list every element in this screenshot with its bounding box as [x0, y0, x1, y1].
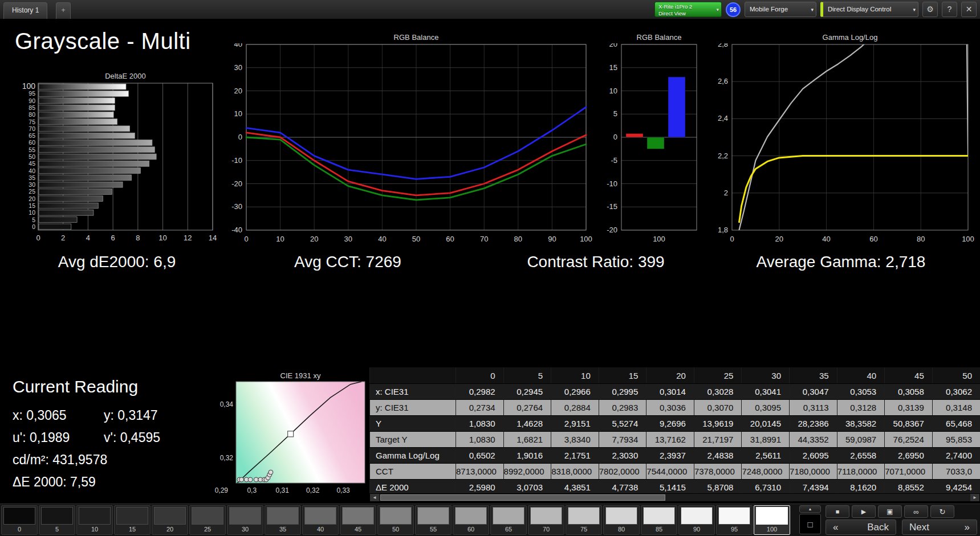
display-control-selector[interactable]: Direct Display Control ▾: [820, 2, 918, 17]
svg-text:5: 5: [32, 216, 35, 223]
svg-text:60: 60: [869, 235, 877, 243]
test-patch-15[interactable]: 15: [114, 505, 151, 535]
test-patch-60[interactable]: 60: [453, 505, 489, 535]
svg-text:10: 10: [609, 87, 617, 95]
patch-level-label: 10: [91, 526, 98, 533]
test-patch-90[interactable]: 90: [678, 505, 715, 535]
meter-name: X-Rite i1Pro 2: [658, 3, 713, 10]
svg-text:0: 0: [244, 235, 248, 243]
svg-text:-20: -20: [231, 179, 242, 188]
test-patch-70[interactable]: 70: [528, 505, 564, 535]
test-patch-55[interactable]: 55: [415, 505, 452, 535]
table-row: y: CIE310,27340,27640,28840,29830,30360,…: [370, 400, 980, 416]
scroll-right-button[interactable]: ►: [970, 494, 979, 501]
svg-text:15: 15: [29, 202, 35, 209]
svg-text:2,4: 2,4: [718, 114, 728, 122]
test-patch-85[interactable]: 85: [641, 505, 677, 535]
back-button[interactable]: « Back: [826, 519, 896, 535]
test-patch-30[interactable]: 30: [227, 505, 263, 535]
patch-level-label: 90: [693, 526, 700, 533]
test-patch-75[interactable]: 75: [566, 505, 602, 535]
history-tab[interactable]: History 1: [3, 2, 47, 19]
next-button[interactable]: Next »: [902, 519, 977, 535]
patch-level-label: 85: [656, 526, 662, 533]
test-patch-95[interactable]: 95: [716, 505, 753, 535]
source-selector[interactable]: Mobile Forge ▾: [745, 2, 816, 17]
help-button[interactable]: ?: [942, 2, 957, 17]
test-patch-80[interactable]: 80: [603, 505, 640, 535]
patch-color-chip: [304, 507, 336, 525]
patch-color-chip: [756, 507, 788, 525]
svg-text:0,32: 0,32: [306, 486, 320, 494]
svg-text:0: 0: [613, 133, 617, 141]
table-row: CCT8713,00008992,00008318,00007802,00007…: [370, 464, 980, 480]
arrow-right-icon: ►: [973, 495, 977, 500]
bottom-toolbar: 0510152025303540455055606570758085909510…: [0, 504, 980, 536]
test-patch-100[interactable]: 100: [754, 505, 790, 535]
reading-deltae: ΔE 2000: 7,59: [13, 474, 201, 490]
settings-button[interactable]: ⚙: [922, 2, 938, 17]
svg-text:80: 80: [29, 111, 35, 118]
patch-scroll-up-button[interactable]: ▲: [799, 505, 821, 513]
test-patch-25[interactable]: 25: [189, 505, 226, 535]
next-label: Next: [909, 522, 929, 533]
avg-de2000-stat: Avg dE2000: 6,9: [17, 253, 217, 271]
table-horizontal-scrollbar[interactable]: ◄ ►: [369, 493, 980, 502]
svg-text:85: 85: [29, 104, 35, 111]
play-button[interactable]: ▶: [852, 505, 876, 518]
svg-text:20: 20: [234, 87, 242, 95]
patch-level-label: 55: [430, 526, 437, 533]
svg-text:8: 8: [136, 234, 140, 242]
svg-text:80: 80: [917, 235, 925, 243]
svg-text:0,32: 0,32: [220, 454, 234, 462]
table-header-row: 05101520253035404550: [370, 367, 980, 384]
meter-selector[interactable]: X-Rite i1Pro 2 Direct View ▾: [654, 2, 722, 17]
series-icon: ▣: [887, 508, 893, 515]
test-patch-50[interactable]: 50: [377, 505, 414, 535]
test-patch-35[interactable]: 35: [265, 505, 301, 535]
stop-button[interactable]: ■: [826, 505, 849, 518]
table-row: Gamma Log/Log0,65021,90162,17512,30302,3…: [370, 448, 980, 464]
patch-level-label: 40: [317, 526, 324, 533]
arrow-left-icon: ◄: [372, 495, 377, 500]
test-patch-5[interactable]: 5: [39, 505, 75, 535]
patch-level-label: 15: [129, 526, 136, 533]
patch-color-chip: [3, 507, 35, 525]
table-row: Y1,08301,46282,91515,52749,269613,961920…: [370, 416, 980, 432]
cie-1931-chart: 0,340,320,290,30,310,320,33: [213, 380, 368, 498]
patch-color-chip: [116, 507, 148, 525]
page-title: Grayscale - Multi: [15, 28, 191, 54]
add-tab-button[interactable]: +: [56, 2, 71, 19]
test-patch-20[interactable]: 20: [152, 505, 188, 535]
test-patch-65[interactable]: 65: [490, 505, 527, 535]
svg-text:2,6: 2,6: [718, 77, 728, 85]
test-patch-45[interactable]: 45: [340, 505, 376, 535]
scrollbar-thumb[interactable]: [380, 494, 665, 501]
test-patch-40[interactable]: 40: [302, 505, 339, 535]
rgb-balance-bar-chart-title: RGB Balance: [594, 33, 702, 42]
svg-text:10: 10: [234, 109, 242, 118]
test-patch-0[interactable]: 0: [1, 505, 38, 535]
patch-level-label: 5: [55, 526, 59, 533]
refresh-button[interactable]: ↻: [930, 505, 954, 518]
patch-color-chip: [681, 507, 713, 525]
rgb-balance-bar-chart: 20151050-5-10-15-20100: [594, 43, 702, 246]
continuous-read-button[interactable]: ∞: [904, 505, 928, 518]
test-patch-10[interactable]: 10: [76, 505, 113, 535]
close-button[interactable]: ✕: [961, 2, 977, 17]
source-label: Mobile Forge: [750, 6, 788, 13]
help-icon: ?: [948, 5, 952, 14]
svg-text:2: 2: [61, 234, 65, 242]
svg-text:0: 0: [36, 234, 40, 242]
read-series-button[interactable]: ▣: [878, 505, 902, 518]
scroll-left-button[interactable]: ◄: [370, 494, 379, 501]
stop-icon: ■: [836, 508, 840, 515]
svg-text:-20: -20: [607, 226, 617, 234]
svg-text:0,29: 0,29: [215, 486, 229, 494]
pattern-window-button[interactable]: □: [799, 514, 821, 534]
svg-text:-15: -15: [607, 202, 617, 211]
patch-color-chip: [229, 507, 261, 525]
svg-text:40: 40: [29, 167, 35, 174]
average-gamma-stat: Average Gamma: 2,718: [724, 253, 958, 271]
patch-level-label: 95: [731, 526, 738, 533]
